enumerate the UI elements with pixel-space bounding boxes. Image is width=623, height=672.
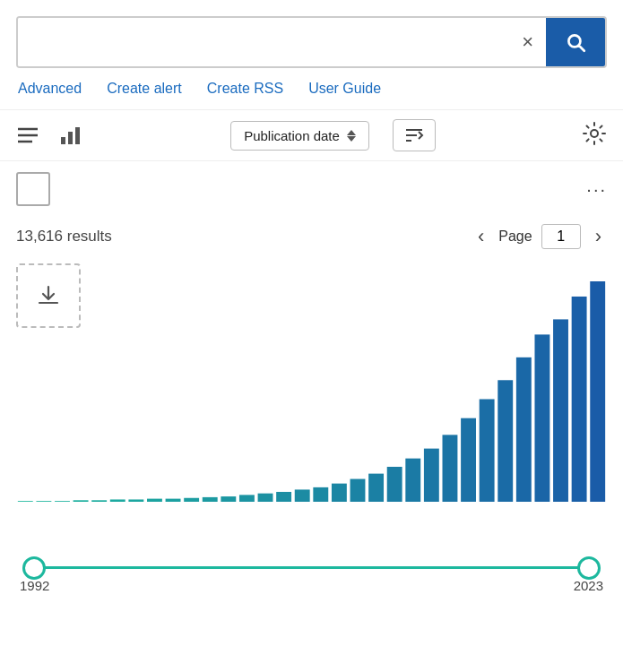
- svg-rect-25: [295, 489, 310, 502]
- clear-button[interactable]: ×: [509, 30, 546, 54]
- svg-rect-19: [184, 498, 199, 502]
- download-icon: [36, 283, 61, 308]
- bar-chart-icon[interactable]: [59, 125, 84, 146]
- svg-rect-10: [18, 501, 33, 502]
- svg-rect-26: [313, 487, 328, 502]
- range-area: 1992 2023: [16, 563, 607, 593]
- svg-rect-34: [461, 418, 476, 502]
- range-thumb-right[interactable]: [577, 556, 601, 580]
- ellipsis-button[interactable]: ···: [586, 179, 607, 200]
- svg-rect-11: [36, 501, 51, 502]
- page-label: Page: [498, 228, 532, 245]
- svg-rect-31: [405, 459, 420, 502]
- range-labels: 1992 2023: [20, 578, 603, 593]
- svg-rect-21: [221, 496, 236, 502]
- bar-chart-svg: [16, 272, 607, 505]
- svg-rect-36: [498, 380, 513, 502]
- svg-rect-29: [368, 474, 384, 502]
- range-fill: [34, 566, 589, 569]
- svg-rect-20: [203, 497, 218, 502]
- pagination: ‹ Page 1 ›: [472, 224, 607, 249]
- svg-rect-24: [276, 492, 291, 502]
- gear-icon[interactable]: [582, 121, 607, 150]
- svg-rect-13: [74, 500, 89, 502]
- nav-create-rss[interactable]: Create RSS: [207, 81, 283, 97]
- svg-rect-28: [350, 479, 366, 502]
- svg-rect-16: [128, 499, 143, 502]
- svg-rect-27: [332, 484, 347, 502]
- svg-rect-38: [534, 334, 549, 502]
- nav-links: Advanced Create alert Create RSS User Gu…: [0, 68, 623, 109]
- filter-icon[interactable]: [16, 125, 39, 145]
- results-count-row: 13,616 results ‹ Page 1 ›: [0, 217, 623, 253]
- sort-lines-icon: [404, 126, 424, 144]
- svg-rect-15: [110, 499, 125, 502]
- range-track: [34, 566, 589, 569]
- search-icon: [564, 30, 587, 54]
- toolbar: Publication date: [0, 109, 623, 161]
- page-input[interactable]: 1: [541, 224, 581, 249]
- svg-rect-37: [516, 358, 532, 502]
- sort-arrows-icon: [347, 130, 356, 142]
- svg-rect-32: [424, 449, 439, 502]
- next-page-button[interactable]: ›: [590, 225, 607, 248]
- svg-point-9: [591, 130, 598, 137]
- select-all-checkbox[interactable]: [16, 172, 50, 206]
- bar-chart: [16, 263, 607, 509]
- search-input[interactable]: transgender: [18, 18, 509, 66]
- svg-rect-5: [75, 127, 80, 144]
- nav-create-alert[interactable]: Create alert: [107, 81, 182, 97]
- results-row: ···: [0, 161, 623, 217]
- svg-rect-17: [147, 499, 162, 502]
- sort-label: Publication date: [244, 128, 340, 143]
- svg-rect-22: [239, 495, 255, 502]
- sort-dropdown[interactable]: Publication date: [230, 121, 369, 151]
- range-end-label: 2023: [574, 578, 603, 593]
- svg-rect-40: [572, 297, 587, 502]
- search-button[interactable]: [546, 18, 605, 66]
- range-thumb-left[interactable]: [22, 556, 46, 580]
- svg-rect-23: [258, 494, 273, 502]
- svg-rect-18: [166, 499, 181, 502]
- nav-advanced[interactable]: Advanced: [18, 81, 82, 97]
- svg-rect-12: [55, 501, 70, 502]
- svg-rect-4: [68, 132, 73, 144]
- results-count: 13,616 results: [16, 228, 112, 246]
- svg-rect-35: [480, 399, 495, 502]
- download-button[interactable]: [16, 263, 81, 328]
- svg-rect-33: [443, 435, 458, 502]
- prev-page-button[interactable]: ‹: [472, 225, 489, 248]
- range-start-label: 1992: [20, 578, 49, 593]
- svg-rect-41: [590, 281, 605, 502]
- svg-rect-14: [91, 500, 107, 502]
- svg-rect-3: [61, 137, 65, 144]
- nav-user-guide[interactable]: User Guide: [308, 81, 381, 97]
- svg-rect-30: [387, 467, 402, 502]
- sort-lines-button[interactable]: [393, 119, 436, 151]
- svg-rect-39: [553, 319, 568, 502]
- search-bar: transgender ×: [16, 16, 607, 68]
- chart-area: [16, 263, 607, 563]
